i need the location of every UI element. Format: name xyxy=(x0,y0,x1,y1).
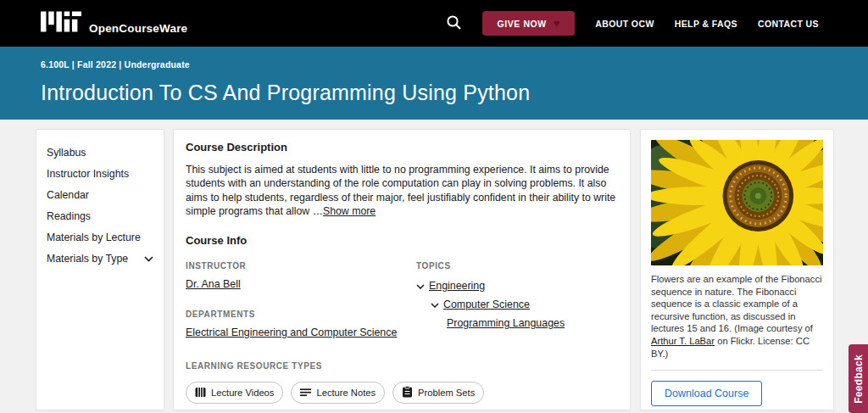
topic-engineering: Engineering xyxy=(416,280,618,292)
course-description-heading: Course Description xyxy=(186,141,618,153)
nav-help-faqs[interactable]: HELP & FAQS xyxy=(675,19,737,29)
search-icon xyxy=(446,14,462,33)
nav-about-ocw[interactable]: ABOUT OCW xyxy=(595,19,654,29)
page-title: Introduction To CS And Programming Using… xyxy=(41,81,868,105)
nav-contact-us[interactable]: CONTACT US xyxy=(758,19,819,29)
topics-label: TOPICS xyxy=(416,261,618,271)
sidebar-item-syllabus[interactable]: Syllabus xyxy=(47,142,153,163)
course-sidebar: Syllabus Instructor Insights Calendar Re… xyxy=(36,129,164,410)
site-header: OpenCourseWare GIVE NOW ♥ ABOUT OCW HELP… xyxy=(0,0,868,47)
topic-programming-languages: Programming Languages xyxy=(447,317,618,329)
course-info-heading: Course Info xyxy=(186,234,618,247)
heart-icon: ♥ xyxy=(554,17,560,30)
chip-problem-sets[interactable]: Problem Sets xyxy=(392,382,484,404)
course-meta: 6.100L | Fall 2022 | Undergraduate xyxy=(41,59,868,70)
feedback-tab[interactable]: Feedback xyxy=(849,344,868,413)
chevron-down-icon[interactable] xyxy=(416,280,425,292)
film-icon xyxy=(195,387,206,399)
search-button[interactable] xyxy=(446,14,462,33)
give-now-label: GIVE NOW xyxy=(497,19,546,29)
aside-divider xyxy=(651,370,823,371)
learning-resource-types-label: LEARNING RESOURCE TYPES xyxy=(186,361,618,371)
department-link[interactable]: Electrical Engineering and Computer Scie… xyxy=(186,326,397,338)
departments-label: DEPARTMENTS xyxy=(186,310,416,319)
course-main-panel: Course Description This subject is aimed… xyxy=(173,129,631,410)
notes-icon xyxy=(300,387,311,399)
topic-computer-science: Computer Science xyxy=(431,299,618,310)
course-banner: 6.100L | Fall 2022 | Undergraduate Intro… xyxy=(0,47,868,120)
sidebar-item-materials-by-lecture[interactable]: Materials by Lecture xyxy=(47,226,153,248)
chevron-down-icon[interactable] xyxy=(431,299,439,310)
resource-type-chips: Lecture Videos Lecture Notes xyxy=(186,382,618,410)
instructor-link[interactable]: Dr. Ana Bell xyxy=(186,278,241,290)
show-more-link[interactable]: Show more xyxy=(323,205,376,217)
image-caption: Flowers are an example of the Fibonacci … xyxy=(651,273,823,360)
download-course-button[interactable]: Download Course xyxy=(651,381,762,406)
brand-name: OpenCourseWare xyxy=(89,22,187,36)
chip-lecture-videos[interactable]: Lecture Videos xyxy=(186,382,283,404)
content-area: Syllabus Instructor Insights Calendar Re… xyxy=(0,120,868,410)
image-credit-link[interactable]: Arthur T. LaBar xyxy=(651,336,715,346)
sidebar-item-materials-by-type[interactable]: Materials by Type xyxy=(47,248,153,269)
course-image-panel: Flowers are an example of the Fibonacci … xyxy=(640,129,834,410)
give-now-button[interactable]: GIVE NOW ♥ xyxy=(482,11,575,36)
sidebar-item-calendar[interactable]: Calendar xyxy=(47,184,153,205)
mit-logo-icon xyxy=(41,11,81,36)
ocw-home-link[interactable]: OpenCourseWare xyxy=(41,11,187,36)
sidebar-item-readings[interactable]: Readings xyxy=(47,205,153,226)
course-description-text: This subject is aimed at students with l… xyxy=(186,163,618,218)
chevron-down-icon xyxy=(144,253,153,265)
instructor-label: INSTRUCTOR xyxy=(186,261,416,271)
feedback-label: Feedback xyxy=(853,354,865,404)
sunflower-image xyxy=(651,140,823,265)
clipboard-icon xyxy=(402,386,413,399)
chip-lecture-notes[interactable]: Lecture Notes xyxy=(291,382,385,404)
sidebar-item-instructor-insights[interactable]: Instructor Insights xyxy=(47,163,153,184)
